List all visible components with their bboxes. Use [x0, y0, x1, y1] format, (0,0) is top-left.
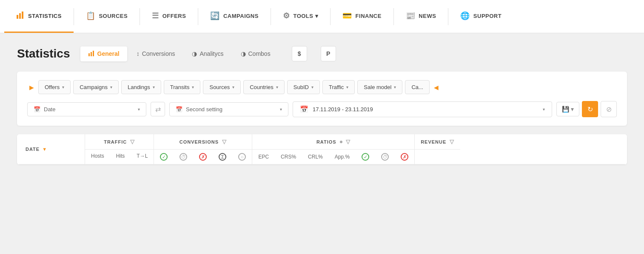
filter-sources[interactable]: Sources ▾ [203, 80, 241, 94]
date-setting-chevron-icon: ▾ [138, 107, 140, 112]
nav-news[interactable]: 📰 NEWS [394, 0, 448, 33]
nav-campaigns[interactable]: 🔄 CAMPAIGNS [198, 0, 270, 33]
data-table: DATE ▼ TRAFFIC ▽ Hosts Hits T→L [17, 134, 627, 165]
svg-rect-5 [93, 51, 94, 56]
nav-sources[interactable]: 📋 SOURCES [74, 0, 140, 33]
main-content: Statistics General ↕ Conversions ◑ Anali… [0, 33, 644, 254]
swap-button[interactable]: ⇄ [151, 102, 165, 116]
col-conv-pending: ⏱ [174, 150, 193, 164]
news-icon: 📰 [406, 11, 416, 20]
date-range-select[interactable]: 📅 17.11.2019 - 23.11.2019 ▾ [293, 101, 552, 117]
filter-sale-model[interactable]: Sale model ▾ [357, 80, 402, 94]
filter-traffic[interactable]: Traffic ▾ [322, 80, 355, 94]
save-arrow-icon: ▾ [571, 106, 574, 113]
ratio-approved-icon: ✓ [362, 153, 369, 161]
col-conv-approved: ✓ [154, 150, 174, 164]
svg-rect-2 [22, 12, 23, 19]
currency-usd-button[interactable]: $ [292, 46, 307, 61]
sale-model-chevron-icon: ▾ [394, 85, 396, 89]
revenue-group-label: REVENUE ▽ [415, 134, 460, 150]
filter-panel: ▶ Offers ▾ Campaigns ▾ Landings ▾ Transi… [17, 72, 627, 126]
svg-rect-3 [88, 53, 90, 56]
tools-icon: ⚙ [283, 11, 290, 20]
nav-support[interactable]: 🌐 SUPPORT [448, 0, 513, 33]
tab-combos[interactable]: ◑ Combos [233, 47, 278, 61]
second-setting-icon: 📅 [176, 106, 182, 113]
traffic-filter-icon[interactable]: ▽ [130, 139, 135, 145]
col-conv-total: Σ [213, 150, 232, 164]
tab-general[interactable]: General [80, 46, 127, 61]
conversions-filter-icon[interactable]: ▽ [222, 139, 227, 145]
nav-offers[interactable]: ☰ OFFERS [140, 0, 198, 33]
declined-icon: ✗ [199, 153, 207, 161]
col-ratio-pending: ⏱ [375, 150, 395, 164]
col-app: App.% [329, 150, 356, 163]
countries-chevron-icon: ▾ [276, 85, 278, 89]
nav-statistics[interactable]: STATISTICS [4, 0, 74, 33]
filter-offers[interactable]: Offers ▾ [38, 80, 71, 94]
finance-icon: 💳 [342, 11, 352, 20]
analitycs-tab-icon: ◑ [192, 50, 197, 57]
date-column-header[interactable]: DATE ▼ [17, 134, 85, 164]
ratios-label: RATIOS [316, 139, 336, 144]
filter-sale-model-label: Sale model [364, 84, 391, 90]
nav-support-label: SUPPORT [473, 13, 502, 19]
nav-tools-label: TOOLS ▾ [293, 13, 318, 19]
conversions-cols: ✓ ⏱ ✗ Σ ○ [154, 150, 252, 164]
revenue-label: REVENUE [421, 139, 446, 144]
col-conv-other: ○ [232, 150, 252, 164]
second-setting-select[interactable]: 📅 Second setting ▾ [169, 102, 288, 116]
date-setting-select[interactable]: 📅 Date ▾ [27, 102, 146, 116]
calendar-small-icon: 📅 [34, 106, 40, 113]
svg-rect-4 [91, 52, 92, 56]
filter-subid[interactable]: SubID ▾ [287, 80, 320, 94]
pending-icon: ⏱ [180, 153, 187, 161]
filter-campaigns[interactable]: Campaigns ▾ [73, 80, 119, 94]
clear-button[interactable]: ⊘ [601, 101, 617, 117]
crl-label: CRL% [308, 154, 323, 160]
combos-tab-icon: ◑ [241, 50, 246, 57]
save-button[interactable]: 💾 ▾ [556, 102, 579, 116]
total-icon: Σ [219, 153, 226, 161]
filter-ca[interactable]: Ca... [405, 80, 429, 94]
transits-chevron-icon: ▾ [192, 85, 194, 89]
subid-chevron-icon: ▾ [311, 85, 313, 89]
filter-transits[interactable]: Transits ▾ [164, 80, 201, 94]
offers-icon: ☰ [152, 11, 159, 20]
clear-icon: ⊘ [606, 105, 612, 113]
col-ratio-approved: ✓ [356, 150, 375, 164]
traffic-group: TRAFFIC ▽ Hosts Hits T→L [85, 134, 154, 164]
svg-rect-1 [19, 13, 21, 19]
filter-landings[interactable]: Landings ▾ [121, 80, 161, 94]
nav-finance-label: FINANCE [356, 13, 382, 19]
refresh-button[interactable]: ↻ [582, 101, 598, 117]
nav-news-label: NEWS [419, 13, 436, 19]
nav-tools[interactable]: ⚙ TOOLS ▾ [271, 0, 330, 33]
table-header: DATE ▼ TRAFFIC ▽ Hosts Hits T→L [17, 134, 627, 165]
scroll-left-arrow[interactable]: ◀ [432, 83, 441, 92]
calendar-icon: 📅 [300, 105, 308, 113]
tab-analitycs[interactable]: ◑ Analitycs [184, 47, 231, 61]
filter-countries[interactable]: Countries ▾ [243, 80, 285, 94]
tab-conversions[interactable]: ↕ Conversions [129, 47, 183, 61]
col-hits: Hits [110, 150, 131, 162]
col-conv-declined: ✗ [193, 150, 213, 164]
scroll-right-arrow[interactable]: ▶ [27, 83, 36, 92]
revenue-filter-icon[interactable]: ▽ [450, 139, 454, 145]
nav-campaigns-label: CAMPAIGNS [223, 13, 259, 19]
col-ratio-declined: ✗ [395, 150, 414, 164]
support-icon: 🌐 [460, 11, 470, 20]
nav-finance[interactable]: 💳 FINANCE [331, 0, 393, 33]
col-crl: CRL% [302, 150, 329, 163]
ratios-group-label: RATIOS ▽ [252, 134, 414, 150]
t-to-l-label: T→L [137, 153, 148, 159]
filter-settings-row: 📅 Date ▾ ⇄ 📅 Second setting ▾ 📅 17.11.20… [27, 101, 617, 117]
sources-chevron-icon: ▾ [232, 85, 234, 89]
date-range-value: 17.11.2019 - 23.11.2019 [313, 106, 373, 113]
ratios-filter-icon[interactable]: ▽ [346, 139, 350, 145]
currency-rub-button[interactable]: P [321, 46, 336, 61]
second-setting-chevron-icon: ▾ [280, 107, 282, 112]
page-header: Statistics General ↕ Conversions ◑ Anali… [17, 46, 627, 61]
statistics-icon [16, 11, 25, 21]
filter-sources-label: Sources [209, 84, 230, 90]
